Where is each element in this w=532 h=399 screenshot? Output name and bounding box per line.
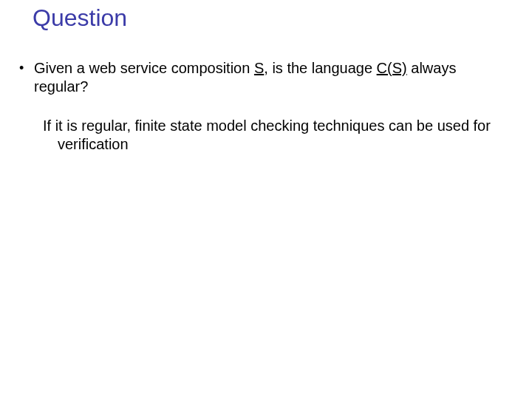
bullet-item: • Given a web service composition S, is … <box>18 59 514 96</box>
underlined-variable: C(S) <box>377 60 407 76</box>
slide-title: Question <box>33 4 127 32</box>
bullet-text: Given a web service composition S, is th… <box>34 59 514 96</box>
underlined-variable: S <box>254 60 264 76</box>
slide: Question • Given a web service compositi… <box>0 0 532 399</box>
bullet-dot-icon: • <box>18 59 34 77</box>
sub-paragraph: If it is regular, finite state model che… <box>43 117 514 154</box>
slide-body: • Given a web service composition S, is … <box>18 59 514 154</box>
text-fragment: , is the language <box>264 60 376 76</box>
text-fragment: Given a web service composition <box>34 60 254 76</box>
